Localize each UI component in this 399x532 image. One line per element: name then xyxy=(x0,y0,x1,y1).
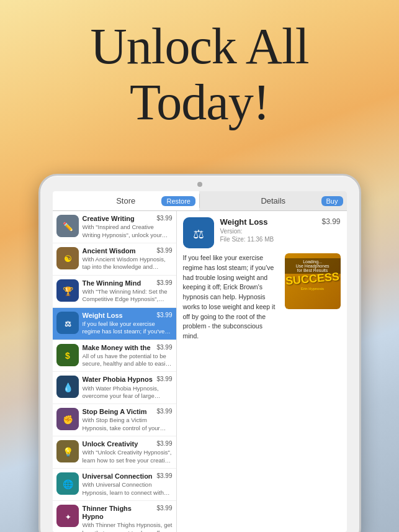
item-icon-universal: 🌐 xyxy=(56,472,79,495)
tablet-container: Store Restore Details Buy ✏️ xyxy=(38,174,361,532)
item-icon-wisdom: ☯ xyxy=(56,247,79,269)
details-panel: ⚖ Weight Loss Version: File Size: 11.36 … xyxy=(177,211,347,532)
hero-section: Unlock All Today! xyxy=(0,0,399,130)
detail-info: Weight Loss Version: File Size: 11.36 MB xyxy=(220,217,322,243)
list-item[interactable]: 🏆 The Winning Mind $3.99 With "The Winni… xyxy=(53,276,176,308)
item-title-creative: Creative Writing xyxy=(83,215,135,223)
item-desc-universal: With Universal Connection Hypnosis, lear… xyxy=(83,481,173,497)
item-content-creativity: Unlock Creativity $3.99 With "Unlock Cre… xyxy=(83,440,173,464)
item-price-wisdom: $3.99 xyxy=(156,247,172,254)
item-title-universal: Universal Connection xyxy=(83,472,153,480)
item-icon-weight: ⚖ xyxy=(56,312,79,334)
tab-store[interactable]: Store Restore xyxy=(53,191,200,210)
item-price-universal: $3.99 xyxy=(156,472,172,479)
svg-text:✊: ✊ xyxy=(62,415,73,425)
item-price-money: $3.99 xyxy=(156,344,172,351)
buy-button[interactable]: Buy xyxy=(321,196,343,206)
item-title-water: Water Phobia Hypnos xyxy=(83,376,153,384)
item-price-weight: $3.99 xyxy=(156,312,172,318)
item-price-water: $3.99 xyxy=(156,376,172,382)
item-price-creativity: $3.99 xyxy=(156,440,172,447)
tab-bar: Store Restore Details Buy xyxy=(53,191,347,211)
item-desc-victim: With Stop Being a Victim Hypnosis, take … xyxy=(83,417,173,432)
list-item-selected[interactable]: ⚖ Weight Loss $3.99 If you feel like you… xyxy=(53,308,176,340)
tablet-inner: Store Restore Details Buy ✏️ xyxy=(53,191,347,532)
item-icon-creativity: 💡 xyxy=(56,440,79,462)
item-header-creativity: Unlock Creativity $3.99 xyxy=(83,440,173,448)
item-content-water: Water Phobia Hypnos $3.99 With Water Pho… xyxy=(83,376,173,400)
list-item[interactable]: ✊ Stop Being A Victim $3.99 With Stop Be… xyxy=(53,404,176,436)
svg-text:✏️: ✏️ xyxy=(62,222,73,232)
store-list: ✏️ Creative Writing $3.99 With "Inspired… xyxy=(53,211,177,532)
item-desc-water: With Water Phobia Hypnosis, overcome you… xyxy=(83,385,173,400)
detail-body: If you feel like your exercise regime ha… xyxy=(183,253,341,341)
list-item[interactable]: 💧 Water Phobia Hypnos $3.99 With Water P… xyxy=(53,372,176,404)
detail-title: Weight Loss xyxy=(220,217,322,227)
item-content-weight: Weight Loss $3.99 If you feel like your … xyxy=(83,312,173,336)
item-icon-creative: ✏️ xyxy=(56,215,79,237)
item-icon-money: $ xyxy=(56,344,79,366)
detail-description: If you feel like your exercise regime ha… xyxy=(183,253,280,341)
list-item[interactable]: 🌐 Universal Connection $3.99 With Univer… xyxy=(53,469,176,501)
item-desc-weight: If you feel like your exercise regime ha… xyxy=(83,320,173,336)
item-header-thighs: Thinner Thighs Hypno $3.99 xyxy=(83,505,173,521)
content-area: ✏️ Creative Writing $3.99 With "Inspired… xyxy=(53,211,347,532)
tab-details-label: Details xyxy=(261,196,285,205)
list-item[interactable]: 💡 Unlock Creativity $3.99 With "Unlock C… xyxy=(53,436,176,469)
list-item[interactable]: ✦ Thinner Thighs Hypno $3.99 With Thinne… xyxy=(53,501,176,532)
item-desc-creativity: With "Unlock Creativity Hypnosis", learn… xyxy=(83,449,173,464)
tab-store-label: Store xyxy=(116,196,135,205)
svg-text:🌐: 🌐 xyxy=(62,479,73,490)
camera-dot xyxy=(197,182,202,187)
detail-icon: ⚖ xyxy=(183,217,214,248)
item-content-winning: The Winning Mind $3.99 With "The Winning… xyxy=(83,279,173,304)
item-desc-winning: With "The Winning Mind: Set the Competit… xyxy=(83,288,173,304)
item-content-wisdom: Ancient Wisdom $3.99 With Ancient Wisdom… xyxy=(83,247,173,271)
svg-text:💧: 💧 xyxy=(62,382,73,393)
item-title-money: Make Money with the xyxy=(83,344,151,352)
item-header-weight: Weight Loss $3.99 xyxy=(83,312,173,320)
item-desc-creative: With "Inspired and Creative Writing Hypn… xyxy=(83,223,173,239)
svg-text:☯: ☯ xyxy=(63,254,71,264)
tablet-frame: Store Restore Details Buy ✏️ xyxy=(38,174,361,532)
item-price-victim: $3.99 xyxy=(156,408,172,415)
svg-text:⚖: ⚖ xyxy=(193,227,204,241)
item-icon-thighs: ✦ xyxy=(56,505,79,527)
item-content-thighs: Thinner Thighs Hypno $3.99 With Thinner … xyxy=(83,505,173,532)
item-price-thighs: $3.99 xyxy=(156,505,172,512)
item-desc-wisdom: With Ancient Wisdom Hypnosis, tap into t… xyxy=(83,256,173,271)
item-header-universal: Universal Connection $3.99 xyxy=(83,472,173,480)
item-price-winning: $3.99 xyxy=(156,279,172,286)
item-desc-thighs: With Thinner Thighs Hypnosis, get legs t… xyxy=(83,521,173,532)
item-title-weight: Weight Loss xyxy=(83,312,123,320)
detail-price: $3.99 xyxy=(321,217,340,226)
svg-text:✦: ✦ xyxy=(65,513,70,521)
item-title-wisdom: Ancient Wisdom xyxy=(83,247,136,255)
item-title-thighs: Thinner Thighs Hypno xyxy=(83,505,155,521)
list-item[interactable]: $ Make Money with the $3.99 All of us ha… xyxy=(53,340,176,372)
item-content-money: Make Money with the $3.99 All of us have… xyxy=(83,344,173,368)
svg-text:⚖: ⚖ xyxy=(64,320,71,328)
detail-image: Loading...Use Headphonesfor Best Results… xyxy=(285,253,341,309)
item-header-wisdom: Ancient Wisdom $3.99 xyxy=(83,247,173,255)
item-icon-victim: ✊ xyxy=(56,408,79,430)
item-content-universal: Universal Connection $3.99 With Universa… xyxy=(83,472,173,497)
item-icon-winning: 🏆 xyxy=(56,279,79,302)
list-item[interactable]: ☯ Ancient Wisdom $3.99 With Ancient Wisd… xyxy=(53,243,176,276)
list-item[interactable]: ✏️ Creative Writing $3.99 With "Inspired… xyxy=(53,211,176,243)
item-title-victim: Stop Being A Victim xyxy=(83,408,147,416)
item-content-creative: Creative Writing $3.99 With "Inspired an… xyxy=(83,215,173,239)
hypnosis-subtitle: Erin Hypnosis xyxy=(301,287,324,291)
item-desc-money: All of us have the potential to be secur… xyxy=(83,353,173,368)
item-icon-water: 💧 xyxy=(56,376,79,398)
item-header-winning: The Winning Mind $3.99 xyxy=(83,279,173,287)
item-content-victim: Stop Being A Victim $3.99 With Stop Bein… xyxy=(83,408,173,432)
item-title-winning: The Winning Mind xyxy=(83,279,141,287)
item-header-money: Make Money with the $3.99 xyxy=(83,344,173,352)
svg-text:💡: 💡 xyxy=(62,447,73,458)
svg-text:$: $ xyxy=(65,351,70,361)
item-price-creative: $3.99 xyxy=(156,215,172,222)
tab-details[interactable]: Details Buy xyxy=(200,191,347,210)
restore-button[interactable]: Restore xyxy=(161,196,195,206)
detail-version: Version: xyxy=(220,228,322,235)
